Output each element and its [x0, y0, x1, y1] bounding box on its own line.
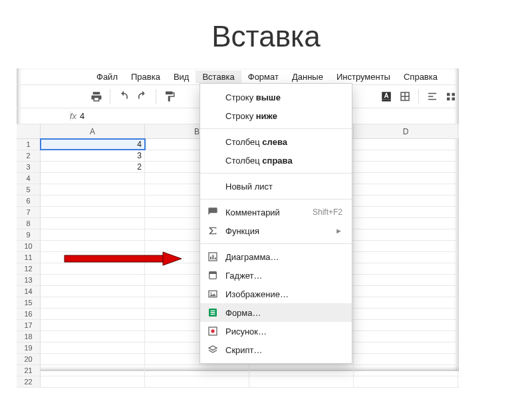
cell-c21[interactable] [249, 365, 354, 376]
row-header[interactable]: 10 [17, 241, 41, 251]
cell-d12[interactable] [354, 263, 458, 274]
row-header[interactable]: 21 [17, 365, 41, 376]
cell-a3[interactable]: 2 [41, 162, 145, 172]
column-header-d[interactable]: D [354, 124, 458, 138]
cell-a2[interactable]: 3 [41, 150, 145, 161]
cell-d20[interactable] [354, 354, 458, 364]
cell-d1[interactable] [354, 139, 458, 150]
cell-c22[interactable] [249, 376, 354, 387]
row-header[interactable]: 1 [17, 139, 41, 150]
cell-a18[interactable] [41, 331, 145, 342]
cell-a1[interactable]: 4 [41, 139, 145, 150]
row-header[interactable]: 19 [17, 342, 41, 353]
menu-help[interactable]: Справка [397, 70, 444, 83]
cell-d7[interactable] [354, 207, 458, 217]
cell-d10[interactable] [354, 241, 458, 251]
cell-d21[interactable] [354, 365, 458, 376]
cell-a15[interactable] [41, 297, 145, 308]
cell-a5[interactable] [41, 184, 145, 195]
insert-menu-item[interactable]: Гаджет… [200, 266, 352, 285]
row-header[interactable]: 12 [17, 263, 41, 274]
cell-a20[interactable] [41, 354, 145, 364]
cell-a8[interactable] [41, 218, 145, 229]
menu-edit[interactable]: Правка [124, 70, 167, 83]
menu-insert[interactable]: Вставка [196, 70, 241, 83]
insert-menu-item[interactable]: КомментарийShift+F2 [200, 203, 352, 221]
redo-button[interactable] [134, 88, 150, 104]
cell-d16[interactable] [354, 309, 458, 319]
row-header[interactable]: 14 [17, 286, 41, 297]
cell-a13[interactable] [41, 275, 145, 285]
row-header[interactable]: 20 [17, 354, 41, 364]
row-header[interactable]: 11 [17, 252, 41, 263]
cell-d9[interactable] [354, 229, 458, 240]
insert-menu-item[interactable]: Изображение… [200, 285, 352, 303]
cell-d22[interactable] [354, 376, 458, 387]
cell-b22[interactable] [145, 376, 249, 387]
insert-menu-item[interactable]: Строку выше [200, 88, 352, 106]
row-header[interactable]: 8 [17, 218, 41, 229]
cell-d5[interactable] [354, 184, 458, 195]
cell-a17[interactable] [41, 320, 145, 331]
cell-d8[interactable] [354, 218, 458, 229]
cell-d19[interactable] [354, 342, 458, 353]
cell-a14[interactable] [41, 286, 145, 297]
menu-tools[interactable]: Инструменты [330, 70, 397, 83]
cell-d14[interactable] [354, 286, 458, 297]
cell-d2[interactable] [354, 150, 458, 161]
insert-menu-item[interactable]: Столбец слева [200, 132, 352, 151]
row-header[interactable]: 5 [17, 184, 41, 195]
menu-data[interactable]: Данные [285, 70, 330, 83]
select-all-corner[interactable] [17, 124, 41, 138]
row-header[interactable]: 2 [17, 150, 41, 161]
row-header[interactable]: 18 [17, 331, 41, 342]
insert-menu-item[interactable]: Функция► [200, 221, 352, 240]
cell-d4[interactable] [354, 173, 458, 184]
menu-view[interactable]: Вид [167, 70, 196, 83]
cell-a9[interactable] [41, 229, 145, 240]
insert-menu-item[interactable]: Диаграмма… [200, 247, 352, 266]
cell-d15[interactable] [354, 297, 458, 308]
cell-a21[interactable] [41, 365, 145, 376]
insert-menu-item[interactable]: Новый лист [200, 177, 352, 196]
menu-file[interactable]: Файл [90, 70, 124, 83]
text-color-button[interactable] [378, 88, 394, 104]
borders-button[interactable] [397, 88, 413, 104]
cell-d17[interactable] [354, 320, 458, 331]
row-header[interactable]: 16 [17, 309, 41, 319]
print-button[interactable] [88, 88, 104, 104]
row-header[interactable]: 3 [17, 162, 41, 172]
row-header[interactable]: 22 [17, 376, 41, 387]
insert-menu-item[interactable]: Форма… [200, 303, 352, 322]
cell-d11[interactable] [354, 252, 458, 263]
cell-d13[interactable] [354, 275, 458, 285]
cell-a6[interactable] [41, 196, 145, 206]
insert-menu-item[interactable]: Скрипт… [200, 340, 352, 359]
paint-format-button[interactable] [162, 88, 178, 104]
cell-a16[interactable] [41, 309, 145, 319]
cell-a19[interactable] [41, 342, 145, 353]
formula-value[interactable]: 4 [70, 111, 84, 121]
more-button[interactable] [443, 88, 459, 104]
column-header-a[interactable]: A [41, 124, 145, 138]
cell-a7[interactable] [41, 207, 145, 217]
cell-b21[interactable] [145, 365, 249, 376]
menu-format[interactable]: Формат [241, 70, 285, 83]
row-header[interactable]: 9 [17, 229, 41, 240]
row-header[interactable]: 4 [17, 173, 41, 184]
row-header[interactable]: 15 [17, 297, 41, 308]
cell-a4[interactable] [41, 173, 145, 184]
row-header[interactable]: 17 [17, 320, 41, 331]
undo-button[interactable] [116, 88, 132, 104]
cell-d18[interactable] [354, 331, 458, 342]
row-header[interactable]: 13 [17, 275, 41, 285]
align-button[interactable] [424, 88, 440, 104]
insert-menu-item[interactable]: Столбец справа [200, 151, 352, 170]
cell-d6[interactable] [354, 196, 458, 206]
row-header[interactable]: 6 [17, 196, 41, 206]
cell-a22[interactable] [41, 376, 145, 387]
row-header[interactable]: 7 [17, 207, 41, 217]
insert-menu-item[interactable]: Рисунок… [200, 322, 352, 340]
cell-d3[interactable] [354, 162, 458, 172]
insert-menu-item[interactable]: Строку ниже [200, 106, 352, 125]
